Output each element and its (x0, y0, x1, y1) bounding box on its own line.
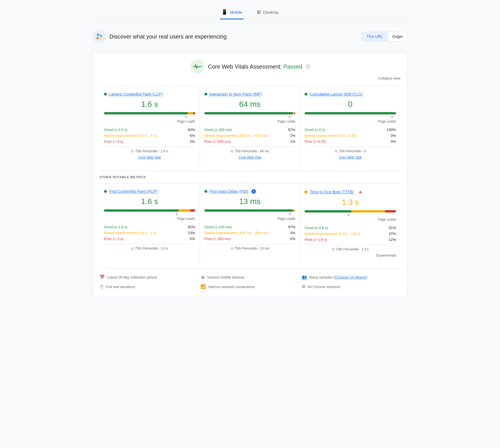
progress-bar-fcp (104, 209, 195, 212)
metric-title-fcp[interactable]: First Contentful Paint (FCP) (109, 189, 157, 194)
tab-desktop-label: Desktop (263, 10, 279, 15)
progress-bar-cls (305, 112, 396, 114)
progress-bar-lcp (104, 112, 195, 114)
footer-item: 📅 Latest 28-day collection period (100, 273, 198, 281)
url-toggle: This URL Origin (362, 32, 407, 41)
origin-button[interactable]: Origin (388, 32, 407, 41)
page-loads-label: Page Loads (104, 119, 195, 123)
metric-value-fcp: 1.6 s (104, 197, 195, 206)
bar-orange (293, 209, 296, 212)
stat-poor: Poor (> 300 ms) 0% (204, 236, 296, 242)
section-divider (100, 171, 400, 171)
assessment-header: Core Web Vitals Assessment: Passed ⓘ (100, 59, 400, 74)
metric-title-cls[interactable]: Cumulative Layout Shift (CLS) (310, 92, 362, 96)
bar-orange (179, 209, 190, 212)
percentile-row: ⊙ 75th Percentile - 13 ms (204, 244, 296, 252)
percentile-row: ⊙ 75th Percentile - 1.6 s (104, 244, 195, 252)
metric-title-row: Time to First Byte (TTFB) 🔺 (305, 189, 396, 194)
status-dot (204, 190, 207, 193)
bar-green (204, 209, 293, 212)
help-icon[interactable]: ⓘ (306, 64, 310, 70)
stat-good: Good (≤ 200 ms) 97% (204, 127, 296, 133)
footer-item: ⏱ Full visit durations (100, 283, 198, 290)
stat-needs: Needs Improvement (2.5 s - 4 s) 6% (104, 133, 195, 139)
stat-needs: Needs Improvement (200 ms - 500 ms) 2% (204, 133, 296, 139)
pin-icon: ⊙ (347, 213, 350, 217)
metric-title-lcp[interactable]: Largest Contentful Paint (LCP) (109, 92, 163, 96)
metric-title-inp[interactable]: Interaction to Next Paint (INP) (210, 92, 262, 96)
tab-desktop[interactable]: 🖥 Desktop (255, 6, 280, 19)
svg-point-4 (195, 66, 196, 67)
metric-value-fid: 13 ms (204, 197, 296, 206)
collapse-link[interactable]: Collapse view (378, 76, 400, 80)
vitals-icon (190, 59, 205, 74)
core-web-vital-link[interactable]: Core Web Vital (104, 154, 195, 159)
metric-title-row: Largest Contentful Paint (LCP) (104, 92, 195, 96)
stat-needs: Needs Improvement (0.1 - 0.25) 0% (305, 133, 396, 139)
page-loads-label: Page Loads (204, 119, 296, 123)
footer-item: 👥 Many samples (Chrome UX Report) (302, 273, 400, 281)
info-icon[interactable]: i (251, 189, 256, 194)
other-metrics-label: OTHER NOTABLE METRICS (100, 175, 400, 179)
metric-fid: First Input Delay (FID) i 13 ms ⊙ Page L… (200, 184, 300, 263)
metric-lcp: Largest Contentful Paint (LCP) 1.6 s ⊙ P… (100, 86, 200, 165)
status-dot (104, 190, 107, 193)
metric-title-ttfb[interactable]: Time to First Byte (TTFB) (310, 190, 354, 194)
bar-green (204, 112, 293, 114)
pin-icon: ⊙ (391, 115, 393, 119)
pin-row: ⊙ (305, 115, 396, 119)
page-title: Discover what your real users are experi… (109, 33, 227, 40)
stat-needs: Needs Improvement (100 ms - 300 ms) 3% (204, 230, 296, 236)
svg-point-3 (100, 38, 102, 40)
metric-value-inp: 64 ms (204, 100, 296, 109)
percentile-row: ⊙ 75th Percentile - 64 ms (204, 147, 296, 154)
stat-good: Good (≤ 1.8 s) 82% (104, 224, 195, 230)
bar-green (104, 209, 179, 212)
bar-green (104, 112, 188, 114)
pin-row: ⊙ (104, 212, 195, 216)
footer-grid: 📅 Latest 28-day collection period 🖥 Vari… (100, 269, 400, 290)
progress-bar-fid (204, 209, 296, 212)
this-url-button[interactable]: This URL (362, 32, 387, 41)
header-left: Discover what your real users are experi… (93, 30, 227, 43)
main-card: Core Web Vitals Assessment: Passed ⓘ Col… (93, 52, 407, 297)
bar-orange (351, 210, 385, 212)
page-loads-label: Page Loads (104, 217, 195, 221)
pin-row: ⊙ (204, 115, 296, 119)
metric-fcp: First Contentful Paint (FCP) 1.6 s ⊙ Pag… (100, 184, 200, 263)
footer-icon: 🖥 (201, 275, 205, 280)
chrome-ux-link[interactable]: Chrome UX Report (335, 275, 366, 279)
stat-needs: Needs Improvement (0.8 s - 1.8 s) 37% (305, 231, 396, 237)
pin-icon: ⊙ (185, 115, 187, 119)
svg-point-1 (100, 35, 102, 37)
metric-value-lcp: 1.6 s (104, 100, 195, 109)
metric-inp: Interaction to Next Paint (INP) 64 ms ⊙ … (200, 86, 300, 165)
percentile-row: ⊙ 75th Percentile - 1.3 s (305, 245, 396, 252)
svg-point-2 (96, 37, 99, 39)
metric-value-cls: 0 (305, 100, 396, 109)
stat-poor: Poor (> 500 ms) 1% (204, 139, 296, 144)
core-web-vital-link[interactable]: Core Web Vital (204, 154, 296, 159)
bar-red (294, 112, 295, 114)
cwv-metrics-grid: Largest Contentful Paint (LCP) 1.6 s ⊙ P… (100, 86, 400, 165)
tab-mobile-label: Mobile (230, 10, 242, 15)
metric-title-fid[interactable]: First Input Delay (FID) (210, 189, 248, 194)
assessment-title: Core Web Vitals Assessment: Passed (208, 64, 302, 70)
core-web-vital-link[interactable]: Core Web Vital (305, 154, 396, 159)
stat-good: Good (≤ 100 ms) 97% (204, 224, 296, 230)
footer-icon: 📶 (201, 284, 206, 289)
page-loads-label: Page Loads (305, 119, 396, 123)
footer-icon: 👥 (302, 275, 307, 280)
stat-poor: Poor (> 4 s) 2% (104, 139, 195, 144)
stat-good: Good (≤ 2.5 s) 92% (104, 127, 195, 133)
page-loads-label: Page Loads (204, 217, 296, 221)
footer-item: ⚙ All Chrome versions (302, 283, 400, 290)
pin-row: ⊙ (305, 213, 396, 217)
metric-title-row: Cumulative Layout Shift (CLS) (305, 92, 396, 96)
bar-orange (188, 112, 193, 114)
pin-row: ⊙ (204, 212, 296, 216)
status-dot (204, 93, 207, 96)
stat-good: Good (≤ 0.8 s) 51% (305, 225, 396, 231)
footer-icon: ⚙ (302, 284, 305, 289)
tab-mobile[interactable]: 📱 Mobile (220, 6, 243, 19)
